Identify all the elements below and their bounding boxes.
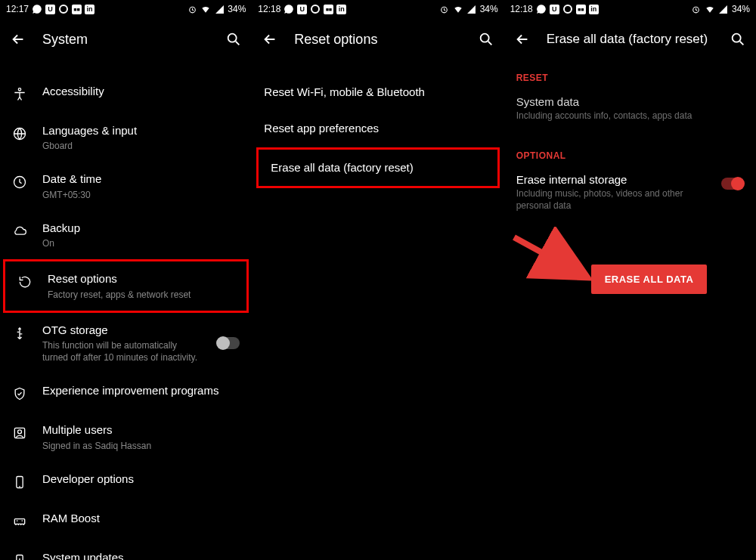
page-title: Reset options	[294, 32, 461, 48]
signal-icon	[214, 4, 225, 14]
erase-all-data-button[interactable]: ERASE ALL DATA	[591, 265, 708, 294]
status-time: 12:18	[258, 4, 280, 14]
app-bar: Erase all data (factory reset)	[504, 18, 756, 60]
battery-text: 34%	[732, 4, 750, 14]
battery-text: 34%	[480, 4, 498, 14]
reset-icon	[16, 273, 34, 291]
section-header-optional: OPTIONAL	[504, 132, 756, 167]
whatsapp-icon	[284, 4, 294, 14]
svg-point-3	[18, 88, 20, 91]
item-accessibility[interactable]: Accessibility	[0, 74, 252, 113]
item-label: Reset options	[48, 271, 234, 286]
item-backup[interactable]: Backup On	[0, 211, 252, 259]
app-icon-box: ■■	[324, 5, 333, 14]
item-label: OTG storage	[42, 323, 203, 338]
circle-icon	[310, 4, 321, 14]
app-icon-box: ■■	[72, 5, 82, 14]
status-time: 12:17	[6, 4, 29, 14]
item-ram-boost[interactable]: RAM Boost	[0, 501, 252, 540]
wifi-icon	[200, 4, 211, 14]
alarm-icon	[439, 4, 450, 14]
signal-icon	[718, 4, 729, 14]
svg-point-7	[18, 430, 22, 434]
svg-point-11	[311, 5, 319, 13]
signal-icon	[466, 4, 477, 14]
item-label: RAM Boost	[42, 511, 240, 526]
section-header-reset: RESET	[504, 60, 756, 89]
svg-point-13	[480, 34, 488, 42]
back-icon[interactable]	[9, 30, 27, 48]
linkedin-icon: in	[589, 5, 599, 14]
item-erase-internal-storage[interactable]: Erase internal storage Including music, …	[504, 167, 756, 222]
back-icon[interactable]	[261, 30, 279, 48]
circle-icon	[58, 4, 69, 14]
svg-point-0	[60, 5, 67, 13]
item-label: Reset app preferences	[264, 121, 491, 136]
annotation-arrow	[508, 227, 591, 287]
whatsapp-icon	[536, 4, 547, 14]
item-label: Backup	[42, 221, 240, 236]
item-label: Reset Wi-Fi, mobile & Bluetooth	[264, 85, 491, 100]
item-subtitle: Gboard	[42, 140, 240, 152]
svg-point-16	[733, 34, 741, 42]
svg-line-17	[514, 237, 578, 272]
item-reset-wifi[interactable]: Reset Wi-Fi, mobile & Bluetooth	[252, 74, 503, 110]
usb-icon	[11, 324, 29, 342]
item-languages[interactable]: Languages & input Gboard	[0, 113, 252, 162]
svg-point-2	[228, 34, 237, 42]
item-erase-all-data[interactable]: Erase all data (factory reset)	[256, 147, 499, 188]
panel-system: 12:17 U ■■ in 34% System Accessibility	[0, 0, 252, 560]
app-bar: Reset options	[252, 18, 503, 60]
item-subtitle: GMT+05:30	[42, 189, 240, 201]
app-icon-box: ■■	[576, 5, 586, 14]
update-icon	[11, 552, 29, 560]
search-icon[interactable]	[729, 30, 747, 48]
item-label: Experience improvement programs	[42, 383, 240, 398]
user-icon	[11, 424, 29, 442]
item-reset-apps[interactable]: Reset app preferences	[252, 110, 503, 147]
accessibility-icon	[11, 85, 29, 104]
status-bar: 12:17 U ■■ in 34%	[0, 0, 252, 18]
item-system-updates[interactable]: System updates	[0, 540, 252, 560]
ram-icon	[11, 512, 29, 531]
wifi-icon	[705, 4, 715, 14]
item-label: Date & time	[42, 172, 240, 187]
wifi-icon	[453, 4, 463, 14]
developer-icon	[11, 473, 29, 491]
clock-icon	[11, 173, 29, 191]
item-datetime[interactable]: Date & time GMT+05:30	[0, 162, 252, 210]
circle-icon	[562, 4, 573, 14]
otg-toggle[interactable]	[217, 337, 240, 349]
status-bar: 12:18 U ■■ in 34%	[504, 0, 756, 18]
item-multiple-users[interactable]: Multiple users Signed in as Sadiq Hassan	[0, 413, 252, 461]
erase-storage-toggle[interactable]	[721, 178, 744, 190]
item-experience[interactable]: Experience improvement programs	[0, 373, 252, 413]
item-subtitle: Signed in as Sadiq Hassan	[42, 440, 240, 452]
item-label: System data	[516, 95, 744, 108]
svg-point-14	[564, 5, 572, 13]
globe-icon	[11, 125, 29, 143]
page-title: Erase all data (factory reset)	[547, 32, 714, 47]
item-subtitle: Including music, photos, videos and othe…	[516, 187, 714, 212]
item-otg-storage[interactable]: OTG storage This function will be automa…	[0, 313, 252, 374]
back-icon[interactable]	[513, 30, 531, 48]
item-reset-options[interactable]: Reset options Factory reset, apps & netw…	[3, 259, 249, 312]
item-developer-options[interactable]: Developer options	[0, 462, 252, 501]
shield-check-icon	[11, 385, 29, 403]
item-label: Developer options	[42, 472, 240, 487]
item-label: Languages & input	[42, 123, 240, 138]
app-icon-u: U	[45, 5, 55, 14]
cloud-icon	[11, 222, 29, 240]
search-icon[interactable]	[225, 30, 243, 48]
linkedin-icon: in	[336, 5, 346, 14]
svg-rect-9	[14, 518, 24, 524]
panel-erase-all-data: 12:18 U ■■ in 34% Erase all data (factor…	[504, 0, 756, 560]
alarm-icon	[187, 4, 197, 14]
item-label: Erase all data (factory reset)	[271, 160, 485, 175]
search-icon[interactable]	[477, 30, 495, 48]
status-time: 12:18	[510, 4, 533, 14]
battery-text: 34%	[228, 4, 246, 14]
app-bar: System	[0, 18, 252, 60]
item-system-data[interactable]: System data Including accounts info, con…	[504, 89, 756, 132]
alarm-icon	[691, 4, 702, 14]
